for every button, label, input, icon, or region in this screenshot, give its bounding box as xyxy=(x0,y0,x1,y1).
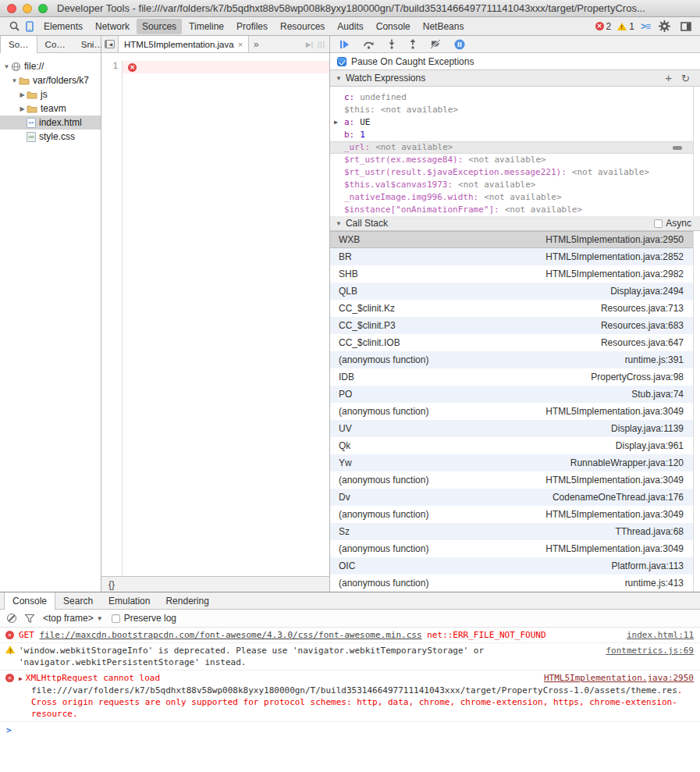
async-checkbox-row[interactable]: Async xyxy=(654,216,691,230)
panel-tab[interactable]: Console xyxy=(371,19,416,34)
warning-badge[interactable]: 1 xyxy=(617,21,634,32)
frame-location[interactable]: Display.java:1139 xyxy=(611,423,684,434)
close-window-button[interactable] xyxy=(7,4,16,13)
console-tab[interactable]: Console xyxy=(4,592,55,610)
tree-item-style-css[interactable]: css style.css xyxy=(0,130,101,144)
tree-item-teavm[interactable]: ▶ teavm xyxy=(0,101,101,116)
call-stack-frame[interactable]: OIC Platform.java:113 xyxy=(330,557,693,575)
frame-context-select[interactable]: <top frame> ▼ xyxy=(43,613,103,624)
console-tab[interactable]: Emulation xyxy=(101,592,158,609)
show-console-icon[interactable]: >≡ xyxy=(641,21,650,32)
watch-expressions-header[interactable]: ▼ Watch Expressions + ↻ xyxy=(330,70,700,87)
call-stack-header[interactable]: ▼ Call Stack Async xyxy=(330,216,700,231)
frame-location[interactable]: HTML5Implementation.java:2852 xyxy=(545,251,684,262)
panel-tab[interactable]: Sources xyxy=(137,19,182,34)
call-stack-frame[interactable]: UV Display.java:1139 xyxy=(330,420,693,437)
source-columns-icon[interactable]: ||| xyxy=(318,41,325,48)
frame-location[interactable]: Display.java:961 xyxy=(616,440,684,451)
call-stack-frame[interactable]: WXB HTML5Implementation.java:2950 xyxy=(330,231,693,248)
async-checkbox[interactable] xyxy=(654,219,663,228)
call-stack-frame[interactable]: (anonymous function) HTML5Implementation… xyxy=(330,540,693,557)
call-stack-frame[interactable]: Sz TThread.java:68 xyxy=(330,523,693,540)
editor-body[interactable]: 1 ✕ xyxy=(101,53,329,576)
panel-tab[interactable]: Elements xyxy=(38,19,88,34)
deactivate-breakpoints-button[interactable] xyxy=(430,38,441,51)
watch-expression-row[interactable]: ▶c:undefined xyxy=(330,91,693,104)
call-stack-frame[interactable]: (anonymous function) runtime.js:413 xyxy=(330,575,693,592)
console-tab[interactable]: Search xyxy=(55,592,101,609)
call-stack-frame[interactable]: SHB HTML5Implementation.java:2982 xyxy=(330,265,693,283)
frame-location[interactable]: Platform.java:113 xyxy=(612,560,684,571)
chevron-down-icon[interactable]: ▼ xyxy=(2,63,11,70)
device-mode-icon[interactable] xyxy=(22,20,37,34)
error-badge[interactable]: ✕2 xyxy=(595,21,612,32)
frame-location[interactable]: runtime.js:413 xyxy=(625,578,684,589)
code-area[interactable]: ✕ xyxy=(123,61,329,576)
navigator-tab[interactable]: Co… xyxy=(37,36,73,52)
call-stack-frame[interactable]: (anonymous function) runtime.js:391 xyxy=(330,351,693,368)
pause-on-caught-row[interactable]: Pause On Caught Exceptions xyxy=(330,53,700,70)
frame-location[interactable]: TThread.java:68 xyxy=(616,526,684,537)
frame-location[interactable]: Resources.java:713 xyxy=(601,303,684,314)
watch-expression-row[interactable]: ▶_url:<not available> xyxy=(330,141,693,154)
message-location-link[interactable]: fontmetrics.js:69 xyxy=(606,645,694,656)
clear-console-icon[interactable] xyxy=(7,614,16,623)
frame-location[interactable]: CodenameOneThread.java:176 xyxy=(553,492,684,503)
step-over-button[interactable] xyxy=(363,38,375,51)
frame-location[interactable]: HTML5Implementation.java:3049 xyxy=(545,475,684,486)
call-stack-frame[interactable]: BR HTML5Implementation.java:2852 xyxy=(330,248,693,265)
message-location-link[interactable]: HTML5Implementation.java:2950 xyxy=(544,672,694,684)
settings-gear-icon[interactable] xyxy=(656,20,672,34)
minimize-window-button[interactable] xyxy=(23,4,32,13)
call-stack-frame[interactable]: Qk Display.java:961 xyxy=(330,437,693,454)
expand-arrow-icon[interactable]: ▶ xyxy=(19,675,23,682)
expand-arrow-icon[interactable]: ▶ xyxy=(334,116,338,129)
frame-location[interactable]: Display.java:2494 xyxy=(610,286,684,297)
pretty-print-button[interactable]: {} xyxy=(108,579,115,590)
resource-link[interactable]: file://maxcdn.bootstrapcdn.com/font-awes… xyxy=(40,630,422,640)
resource-path[interactable]: file:///var/folders/k7/b5qdhxt88v58wp008… xyxy=(31,685,677,696)
step-out-button[interactable] xyxy=(409,38,417,51)
call-stack-frame[interactable]: CC_$clinit.IOB Resources.java:647 xyxy=(330,334,693,351)
resume-button[interactable] xyxy=(339,38,350,51)
dock-side-icon[interactable] xyxy=(678,20,694,34)
frame-location[interactable]: HTML5Implementation.java:3049 xyxy=(545,406,684,417)
panel-tab[interactable]: Network xyxy=(90,19,135,34)
filter-icon[interactable] xyxy=(25,614,34,623)
navigator-tab[interactable]: So… xyxy=(0,36,37,53)
call-stack-frame[interactable]: IDB PropertyCross.java:98 xyxy=(330,368,693,386)
frame-location[interactable]: runtime.js:391 xyxy=(625,354,684,365)
call-stack-frame[interactable]: (anonymous function) HTML5Implementation… xyxy=(330,471,693,489)
message-location-link[interactable]: index.html:11 xyxy=(627,629,694,641)
frame-location[interactable]: RunnableWrapper.java:120 xyxy=(570,457,684,468)
step-into-button[interactable] xyxy=(388,38,396,51)
call-stack-frame[interactable]: CC_$clinit.Kz Resources.java:713 xyxy=(330,300,693,317)
chevron-right-icon[interactable]: ▶ xyxy=(18,91,27,98)
panel-tab[interactable]: Profiles xyxy=(231,19,273,34)
call-stack-frame[interactable]: (anonymous function) HTML5Implementation… xyxy=(330,506,693,523)
pause-on-exceptions-button[interactable] xyxy=(454,38,465,51)
watch-expression-row[interactable]: ▶$this:<not available> xyxy=(330,104,693,116)
console-prompt[interactable]: > xyxy=(0,722,700,738)
watch-expression-row[interactable]: ▶a:UE xyxy=(330,116,693,129)
watch-expression-row[interactable]: ▶$instance["onAnimationFrame"]:<not avai… xyxy=(330,204,693,216)
search-icon[interactable] xyxy=(6,20,22,34)
frame-location[interactable]: HTML5Implementation.java:2950 xyxy=(545,234,684,245)
call-stack-frame[interactable]: QLB Display.java:2494 xyxy=(330,283,693,300)
preserve-log-row[interactable]: Preserve log xyxy=(112,613,176,624)
call-stack-frame[interactable]: Dv CodenameOneThread.java:176 xyxy=(330,489,693,506)
watch-expression-row[interactable]: ▶$rt_ustr(ex.message84):<not available> xyxy=(330,154,693,166)
call-stack-frame[interactable]: Yw RunnableWrapper.java:120 xyxy=(330,454,693,471)
frame-location[interactable]: Resources.java:683 xyxy=(601,320,684,331)
frame-location[interactable]: PropertyCross.java:98 xyxy=(591,372,684,382)
add-watch-icon[interactable]: + xyxy=(665,74,672,82)
panel-tab[interactable]: NetBeans xyxy=(418,19,470,34)
panel-tab[interactable]: Resources xyxy=(275,19,330,34)
zoom-window-button[interactable] xyxy=(38,4,48,13)
chevron-down-icon[interactable]: ▼ xyxy=(10,77,19,84)
close-tab-icon[interactable]: × xyxy=(238,40,243,49)
remove-watch-icon[interactable] xyxy=(673,146,682,150)
panel-tab[interactable]: Audits xyxy=(332,19,368,34)
pause-on-caught-checkbox[interactable] xyxy=(337,57,346,66)
line-error-icon[interactable]: ✕ xyxy=(128,63,137,72)
